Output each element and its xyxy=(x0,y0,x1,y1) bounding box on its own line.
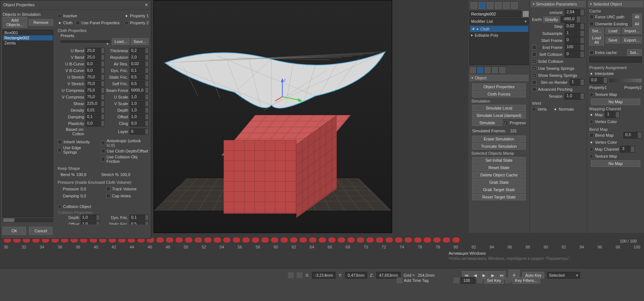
simulate-local-button[interactable]: Simulate Local xyxy=(472,105,526,111)
grab-state-button[interactable]: Grab State xyxy=(472,179,526,186)
selfcoll-spinner[interactable]: 0 xyxy=(565,51,585,58)
modifier-list-dropdown[interactable]: Modifier List xyxy=(469,18,529,25)
force-unc-checkbox[interactable] xyxy=(589,15,594,19)
list-item[interactable]: Box001 xyxy=(3,30,53,35)
map-spinner[interactable]: 1 xyxy=(605,111,620,118)
vcolor-radio[interactable] xyxy=(589,120,593,124)
cloth-forces-button[interactable]: Cloth Forces xyxy=(472,91,526,97)
stack-item-editable-poly[interactable]: ▸Editable Poly xyxy=(470,32,528,38)
time-ruler[interactable]: 3032343638404244464850525456586062646668… xyxy=(4,245,640,251)
param-spinner[interactable]: 0 xyxy=(130,129,149,135)
viewport[interactable]: z xyxy=(153,0,392,233)
extra-cache-set-button[interactable]: Set... xyxy=(627,49,642,56)
tag-icon[interactable] xyxy=(397,277,402,283)
param-spinner[interactable]: 75,0 xyxy=(86,87,105,93)
simulation-params-rollout[interactable]: Simulation Parameters xyxy=(531,1,586,7)
eye-icon[interactable]: 👁 xyxy=(471,27,475,31)
texmap2-radio[interactable] xyxy=(589,154,593,158)
y-field[interactable]: 0,473mm xyxy=(345,272,367,279)
cloth-depth-checkbox[interactable] xyxy=(101,149,105,153)
coll-friction-checkbox[interactable] xyxy=(101,157,105,161)
inherit-velocity-checkbox[interactable] xyxy=(58,140,62,144)
param-spinner[interactable]: 2,0 xyxy=(130,54,149,60)
subsample-spinner[interactable]: 1 xyxy=(565,30,585,37)
nomap-button-2[interactable]: No Map xyxy=(591,160,640,167)
modify-icon[interactable] xyxy=(479,2,485,9)
param-spinner[interactable]: 0,5 xyxy=(130,81,149,87)
object-color-swatch[interactable] xyxy=(523,11,529,17)
make-unique-icon[interactable] xyxy=(484,67,491,74)
simrender-spinner[interactable]: 1 xyxy=(570,79,585,86)
param-spinner[interactable]: 0,1 xyxy=(130,68,149,74)
import-button[interactable]: Import... xyxy=(622,28,642,34)
x-field[interactable]: -3,214mm xyxy=(312,272,336,279)
keyfilter-dropdown[interactable]: Selected xyxy=(547,272,580,279)
step-spinner[interactable]: 0,02 xyxy=(565,23,585,30)
map-radio[interactable] xyxy=(589,113,593,117)
property2-radio[interactable] xyxy=(124,21,129,25)
display-icon[interactable] xyxy=(503,2,510,9)
param-spinner[interactable]: 5000,0 xyxy=(130,87,149,93)
edge-springs-checkbox[interactable] xyxy=(58,148,62,152)
object-rollout-head[interactable]: Object xyxy=(469,75,529,81)
track-volume-checkbox[interactable] xyxy=(106,187,111,191)
param-spinner[interactable]: 0,1 xyxy=(86,114,105,120)
simrender-checkbox[interactable] xyxy=(532,80,536,85)
param-spinner[interactable]: 0,0 xyxy=(86,61,105,67)
param-spinner[interactable]: 25,0 xyxy=(86,54,105,60)
modifier-stack[interactable]: 👁▸Cloth ▸Editable Poly xyxy=(469,25,529,65)
set-initial-state-button[interactable]: Set Initial State xyxy=(472,157,526,164)
param-spinner[interactable]: 75,0 xyxy=(86,81,105,87)
object-name-field[interactable]: Rectangle002 xyxy=(469,11,521,17)
keyfilter-icon[interactable] xyxy=(505,277,511,283)
texmap-radio[interactable] xyxy=(589,93,593,97)
current-frame-field[interactable]: 100 xyxy=(461,277,475,284)
bendmap-spinner[interactable]: 0,5 xyxy=(623,132,642,139)
showsewing-checkbox[interactable]: ✓ xyxy=(532,73,536,78)
time-config-icon[interactable] xyxy=(477,277,483,283)
motion-icon[interactable] xyxy=(495,2,502,9)
list-item[interactable]: Zemla xyxy=(3,40,53,46)
erase-simulation-button[interactable]: Erase Simulation xyxy=(472,136,526,142)
isolate-icon[interactable] xyxy=(288,272,294,278)
interp-slider[interactable] xyxy=(609,79,642,82)
selfcoll-checkbox[interactable] xyxy=(532,52,536,57)
inactive-radio[interactable] xyxy=(58,14,62,18)
remove-modifier-icon[interactable] xyxy=(491,67,499,74)
param-spinner[interactable]: 1,0 xyxy=(130,114,149,120)
command-panel-tabs[interactable] xyxy=(469,1,529,10)
create-icon[interactable] xyxy=(471,2,477,9)
add-objects-button[interactable]: Add Objects... xyxy=(3,17,27,28)
reset-target-state-button[interactable]: Reset Target State xyxy=(472,194,526,200)
extra-cache-field[interactable] xyxy=(589,57,642,62)
interp-spinner[interactable]: 0,0 xyxy=(589,77,608,84)
pdamping-spinner[interactable]: 0,0 xyxy=(80,194,99,198)
list-item[interactable]: Rectangle002 xyxy=(3,35,53,40)
startframe-spinner[interactable]: 0 xyxy=(565,37,585,44)
param-spinner[interactable]: 0,2 xyxy=(130,48,149,54)
vcolor2-radio[interactable] xyxy=(589,140,593,144)
property1-radio[interactable] xyxy=(124,14,129,18)
grab-target-state-button[interactable]: Grab Target State xyxy=(472,186,526,193)
anisotropic-checkbox[interactable] xyxy=(101,141,105,145)
objects-list[interactable]: Box001 Rectangle002 Zemla xyxy=(3,30,53,217)
truncate-simulation-button[interactable]: Truncate Simulation xyxy=(472,143,526,150)
collision-object-radio[interactable] xyxy=(58,205,62,209)
cloth-radio[interactable] xyxy=(58,21,62,25)
verts-radio[interactable] xyxy=(532,107,536,111)
pin-stack-icon[interactable] xyxy=(469,67,477,74)
configure-sets-icon[interactable] xyxy=(499,67,506,74)
normals-radio[interactable] xyxy=(553,107,557,111)
key-icon[interactable] xyxy=(453,277,459,283)
hierarchy-icon[interactable] xyxy=(487,2,493,9)
selected-object-rollout[interactable]: Selected Object xyxy=(588,1,643,7)
overwrite-checkbox[interactable] xyxy=(589,22,594,26)
use-panel-checkbox[interactable] xyxy=(76,21,80,25)
param-spinner[interactable]: 0,0 xyxy=(86,121,105,126)
close-icon[interactable]: ✕ xyxy=(145,3,148,7)
box-object[interactable] xyxy=(224,115,326,211)
tension-spinner[interactable]: 1,0 xyxy=(565,93,585,100)
extra-cache-checkbox[interactable] xyxy=(589,50,594,55)
remove-button[interactable]: Remove xyxy=(29,19,53,26)
param-spinner[interactable]: 0,0 xyxy=(130,121,149,126)
